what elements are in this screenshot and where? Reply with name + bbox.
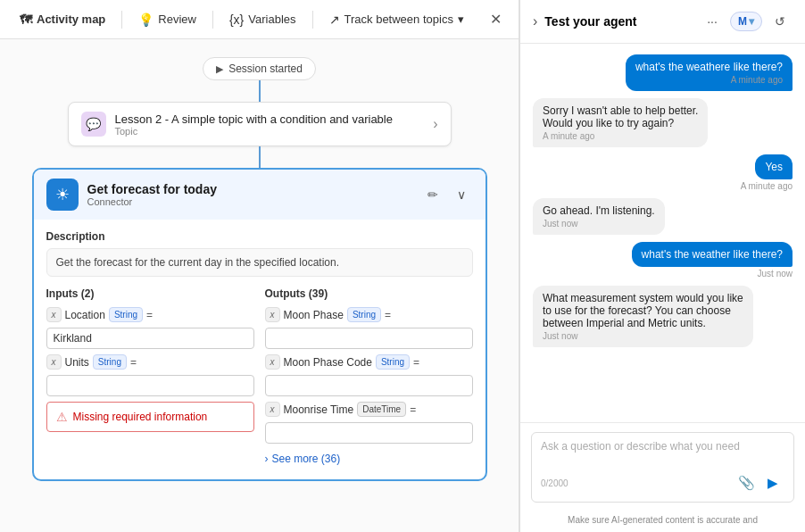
topic-node[interactable]: 💬 Lesson 2 - A simple topic with a condi… [68, 102, 452, 146]
connector-subtitle: Connector [87, 196, 412, 207]
error-box: ⚠ Missing required information [46, 402, 254, 432]
right-panel: › Test your agent ··· M ▾ ↺ what's the w… [519, 0, 805, 532]
message-6: What measurement system would you like t… [533, 286, 753, 347]
message-3-wrap: Yes A minute ago [533, 154, 793, 191]
units-var-badge: x [46, 354, 62, 370]
more-options-button[interactable]: ··· [700, 9, 725, 34]
send-button[interactable]: ▶ [761, 471, 784, 495]
chat-input-footer: 0/2000 📎 ▶ [541, 471, 784, 495]
nav-track-between-topics[interactable]: ↗ Track between topics ▾ [320, 9, 473, 30]
connector-body: Description Get the forecast for the cur… [34, 220, 485, 479]
review-icon: 💡 [138, 12, 154, 27]
moonrise-time-label: Moonrise Time [284, 403, 354, 416]
location-var-badge: x [46, 307, 62, 322]
moonrise-time-input[interactable] [265, 422, 473, 444]
location-input[interactable] [46, 328, 254, 349]
topic-info: Lesson 2 - A simple topic with a conditi… [115, 112, 425, 137]
message-2: Sorry I wasn't able to help better.Would… [533, 98, 708, 147]
moon-phase-type-badge: String [347, 307, 381, 322]
connector-card: ☀ Get forecast for today Connector ✏ ∨ D… [32, 168, 487, 481]
message-1-time: A minute ago [635, 75, 783, 85]
connector-actions: ✏ ∨ [421, 183, 473, 206]
attachment-button[interactable]: 📎 [734, 471, 758, 495]
topic-title: Lesson 2 - A simple topic with a conditi… [115, 112, 425, 126]
location-label: Location [65, 309, 105, 321]
message-6-time: Just now [543, 331, 743, 341]
topic-chevron-icon: › [433, 116, 437, 132]
inputs-title: Inputs (2) [46, 287, 254, 300]
nav-divider-2 [212, 11, 213, 29]
left-panel: 🗺 Activity map 💡 Review {x} Variables ↗ … [0, 0, 519, 532]
see-more-chevron-icon: › [265, 453, 269, 465]
moon-phase-code-label: Moon Phase Code [284, 356, 372, 369]
description-label: Description [46, 230, 473, 243]
session-started-node: ▶ Session started [203, 57, 316, 80]
connector-header: ☀ Get forecast for today Connector ✏ ∨ [34, 170, 485, 220]
char-count: 0/2000 [541, 478, 568, 488]
edit-button[interactable]: ✏ [421, 183, 444, 206]
ai-disclaimer: Make sure AI-generated content is accura… [520, 511, 805, 532]
track-icon: ↗ [329, 12, 340, 27]
moonrise-time-var-badge: x [265, 402, 280, 417]
output-row-moon-phase-code: x Moon Phase Code String = [265, 354, 473, 370]
input-row-units: x Units String = [46, 354, 254, 370]
chat-input-box: 0/2000 📎 ▶ [531, 432, 794, 503]
message-1: what's the weathere like there? A minute… [626, 54, 793, 91]
connector-line-1 [259, 80, 261, 102]
message-4: Go ahead. I'm listening. Just now [533, 198, 665, 235]
moonrise-time-type-badge: DateTime [357, 402, 406, 417]
canvas: ▶ Session started 💬 Lesson 2 - A simple … [0, 39, 519, 532]
top-nav: 🗺 Activity map 💡 Review {x} Variables ↗ … [0, 0, 519, 39]
message-3-time: A minute ago [741, 181, 793, 191]
message-5: what's the weather like there? [632, 242, 793, 267]
error-icon: ⚠ [56, 410, 68, 424]
moon-phase-code-input[interactable] [265, 375, 473, 396]
io-row: Inputs (2) x Location String = [46, 287, 473, 469]
nav-divider-1 [121, 11, 122, 29]
nav-activity-map[interactable]: 🗺 Activity map [11, 9, 114, 30]
chat-buttons: 📎 ▶ [734, 471, 784, 495]
outputs-title: Outputs (39) [265, 287, 473, 300]
moon-phase-code-var-badge: x [265, 354, 280, 370]
input-row-location: x Location String = [46, 307, 254, 322]
topic-subtitle: Topic [115, 126, 425, 137]
message-2-time: A minute ago [543, 131, 698, 141]
expand-button[interactable]: ∨ [450, 183, 473, 206]
location-type-badge: String [109, 307, 143, 322]
message-5-time: Just now [758, 269, 793, 278]
chat-messages: what's the weathere like there? A minute… [520, 44, 805, 422]
connector-title: Get forecast for today [87, 182, 412, 196]
units-input[interactable] [46, 375, 254, 396]
message-4-time: Just now [543, 219, 655, 229]
activity-map-icon: 🗺 [20, 12, 32, 27]
topic-icon: 💬 [81, 112, 106, 137]
connector-title-area: Get forecast for today Connector [87, 182, 412, 207]
moon-phase-input[interactable] [265, 328, 473, 349]
chat-collapse-icon[interactable]: › [533, 13, 537, 29]
chat-input[interactable] [541, 440, 784, 465]
error-message: Missing required information [73, 411, 208, 423]
nav-divider-3 [312, 11, 313, 29]
connector-icon: ☀ [46, 179, 79, 211]
moon-phase-label: Moon Phase [284, 309, 344, 321]
inputs-section: Inputs (2) x Location String = [46, 287, 254, 469]
message-3: Yes [755, 154, 793, 179]
units-label: Units [65, 356, 89, 369]
nav-variables[interactable]: {x} Variables [220, 9, 305, 30]
description-text: Get the forecast for the current day in … [46, 248, 473, 277]
nav-review[interactable]: 💡 Review [129, 9, 205, 30]
brand-logo: M ▾ [730, 12, 762, 31]
message-5-wrap: what's the weather like there? Just now [533, 242, 793, 278]
chat-header: › Test your agent ··· M ▾ ↺ [520, 0, 805, 44]
connector-line-2 [259, 146, 261, 168]
see-more-button[interactable]: › See more (36) [265, 449, 473, 469]
close-button[interactable]: ✕ [483, 7, 508, 32]
units-type-badge: String [93, 354, 127, 370]
output-row-moon-phase: x Moon Phase String = [265, 307, 473, 322]
chat-title: Test your agent [544, 14, 693, 29]
moon-phase-code-type-badge: String [376, 354, 410, 370]
output-row-moonrise-time: x Moonrise Time DateTime = [265, 402, 473, 417]
variables-icon: {x} [229, 12, 244, 27]
refresh-button[interactable]: ↺ [768, 9, 793, 34]
outputs-section: Outputs (39) x Moon Phase String = [265, 287, 473, 469]
